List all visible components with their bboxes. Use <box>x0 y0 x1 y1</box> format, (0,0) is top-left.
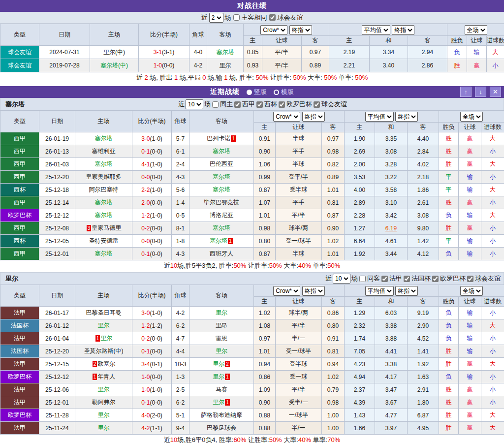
celta-section-header: 塞尔塔 近 10 场 同主 西甲 西杯 欧罗巴杯 球会友谊 <box>0 98 504 110</box>
team-name[interactable]: 里尔 <box>220 62 231 69</box>
team-name[interactable]: 塞尔塔(中) <box>100 62 128 69</box>
team-name[interactable]: 巴黎圣日耳曼 <box>86 309 122 316</box>
team-name[interactable]: 里尔 <box>216 348 227 354</box>
same-home-checkbox[interactable] <box>212 101 219 108</box>
team-name[interactable]: 里尔(中) <box>103 49 125 56</box>
lille-section-header: 里尔 近 10 场 同客 法甲 法国杯 欧罗巴杯 球会友谊 <box>0 272 504 285</box>
team-name[interactable]: 塞尔塔 <box>95 199 113 206</box>
friendly-checkbox[interactable] <box>314 101 320 108</box>
team-name[interactable]: 塞尔塔 <box>213 186 230 193</box>
team-name[interactable]: 里昂 <box>216 322 227 329</box>
team-name[interactable]: 里尔 <box>213 360 224 367</box>
team-name[interactable]: 塞尔塔 <box>95 135 113 142</box>
friendly-checkbox[interactable] <box>269 14 276 21</box>
summary-text: 单率: <box>311 436 327 443</box>
h2h-odds-time-select[interactable]: 终指 <box>289 25 312 35</box>
summary-text: 10 <box>170 436 177 443</box>
lille-scope-select[interactable]: 全场 <box>460 286 483 296</box>
celta-avg-select[interactable]: 平均值 <box>365 112 394 122</box>
copa-checkbox[interactable] <box>256 101 263 108</box>
h2h-controls: 近 2 场 主客相同 球会友谊 <box>0 12 504 24</box>
laliga-checkbox[interactable] <box>234 101 241 108</box>
match-date: 25-12-08 <box>39 222 75 235</box>
team-name[interactable]: 塞尔塔 <box>213 148 230 155</box>
team-name[interactable]: 塞维利亚 <box>92 148 116 155</box>
vertical-layout-label[interactable]: 竖版 <box>254 88 267 96</box>
team-name[interactable]: 巴伦西亚 <box>210 160 233 167</box>
team-name[interactable]: 里尔 <box>213 399 224 406</box>
handicap-away-odds: 1.00 <box>322 422 345 435</box>
team-name[interactable]: 马赛 <box>216 386 227 393</box>
team-name[interactable]: 勒阿弗尔 <box>92 399 116 406</box>
team-name[interactable]: 里尔 <box>98 322 110 329</box>
team-name[interactable]: 塞尔塔 <box>210 237 227 244</box>
avg-home-odds: 4.39 <box>345 396 375 409</box>
home-team-cell: 圣莫尔路斯(中) <box>75 345 132 358</box>
team-name[interactable]: 塞尔塔 <box>217 49 234 56</box>
team-name[interactable]: 博洛尼亚 <box>210 212 233 219</box>
team-name[interactable]: 塞尔塔 <box>213 173 230 180</box>
team-name[interactable]: 里尔 <box>100 335 112 342</box>
celta-scope-select[interactable]: 全场 <box>460 112 483 122</box>
horizontal-layout-radio[interactable] <box>274 90 279 95</box>
team-name[interactable]: 里尔 <box>216 309 227 316</box>
europa-checkbox[interactable] <box>279 101 285 108</box>
same-away-checkbox[interactable] <box>359 276 366 282</box>
team-name[interactable]: 年青人 <box>97 373 115 380</box>
team-name[interactable]: 巴黎足球会 <box>207 424 236 431</box>
h2h-scope-select[interactable]: 全场 <box>465 25 487 35</box>
move-down-button[interactable]: ↓ <box>475 87 486 97</box>
coupe-checkbox[interactable] <box>404 276 410 282</box>
celta-count-select[interactable]: 10 <box>186 99 203 109</box>
team-name[interactable]: 西班牙人 <box>210 250 233 257</box>
lille-avg-time-select[interactable]: 终指 <box>395 286 418 296</box>
league-badge: 西甲 <box>0 132 39 145</box>
team-name[interactable]: 欧塞尔 <box>97 360 115 367</box>
team-name[interactable]: 里尔 <box>98 386 110 393</box>
lille-count-select[interactable]: 10 <box>333 274 350 284</box>
team-name[interactable]: 毕尔巴鄂竞技 <box>204 199 239 206</box>
h2h-odds-source-select[interactable]: Crow* <box>260 25 287 35</box>
home-team-cell: 塞尔塔(中) <box>90 59 139 72</box>
team-name[interactable]: 塞尔塔 <box>95 212 113 219</box>
col-score: 比分(半场) <box>132 285 172 307</box>
team-name[interactable]: 萨格勒布迪纳摩 <box>201 411 242 418</box>
celta-odds-time-select[interactable]: 终指 <box>302 112 325 122</box>
team-name[interactable]: 圣特安德雷 <box>89 237 119 244</box>
rank-badge: 2 <box>93 361 97 367</box>
horizontal-layout-label[interactable]: 横版 <box>281 88 294 96</box>
highlighted-odds[interactable]: 6.19 <box>385 225 397 232</box>
col-avg-away: 客 <box>408 123 439 132</box>
europa-checkbox[interactable] <box>432 276 439 282</box>
vertical-layout-radio[interactable] <box>247 90 252 95</box>
h2h-avg-time-select[interactable]: 终指 <box>392 25 414 35</box>
celta-odds-source-select[interactable]: Crow* <box>273 112 300 122</box>
team-name[interactable]: 里尔 <box>213 373 224 380</box>
celta-avg-time-select[interactable]: 终指 <box>395 112 418 122</box>
col-handicap-line: 让球 <box>276 297 322 307</box>
ligue1-checkbox[interactable] <box>381 276 388 282</box>
h2h-count-select[interactable]: 2 <box>209 13 223 23</box>
h2h-avg-select[interactable]: 平均值 <box>362 25 390 35</box>
close-button[interactable]: ✕ <box>490 87 501 97</box>
move-up-button[interactable]: ↑ <box>460 87 472 97</box>
team-name[interactable]: 皇家马德里 <box>92 224 121 231</box>
team-name[interactable]: 塞尔塔 <box>95 160 113 167</box>
team-name[interactable]: 圣莫尔路斯(中) <box>84 348 124 354</box>
lille-odds-source-select[interactable]: Crow* <box>273 286 300 296</box>
team-name[interactable]: 塞尔塔 <box>213 224 230 231</box>
team-name[interactable]: 阿尔巴塞特 <box>89 186 119 193</box>
col-type: 类型 <box>0 24 39 46</box>
result-handicap: 输 <box>459 235 481 248</box>
lille-odds-time-select[interactable]: 终指 <box>302 286 325 296</box>
team-name[interactable]: 里尔 <box>98 424 110 431</box>
team-name[interactable]: 雷恩 <box>216 335 227 342</box>
avg-draw-odds: 3.35 <box>375 132 408 145</box>
team-name[interactable]: 里尔 <box>98 411 110 418</box>
team-name[interactable]: 塞尔塔 <box>95 250 113 257</box>
team-name[interactable]: 巴列卡诺 <box>207 135 230 142</box>
team-name[interactable]: 皇家奥维耶多 <box>86 173 122 180</box>
same-home-away-checkbox[interactable] <box>233 14 240 21</box>
friendly-checkbox[interactable] <box>467 276 473 282</box>
lille-avg-select[interactable]: 平均值 <box>365 286 394 296</box>
